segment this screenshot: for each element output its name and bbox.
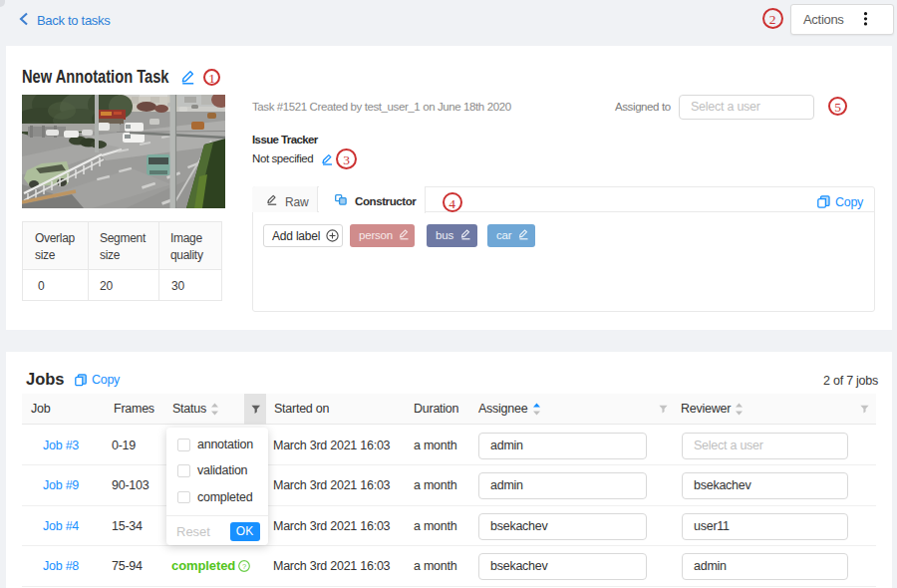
svg-text:?: ? — [242, 562, 246, 571]
